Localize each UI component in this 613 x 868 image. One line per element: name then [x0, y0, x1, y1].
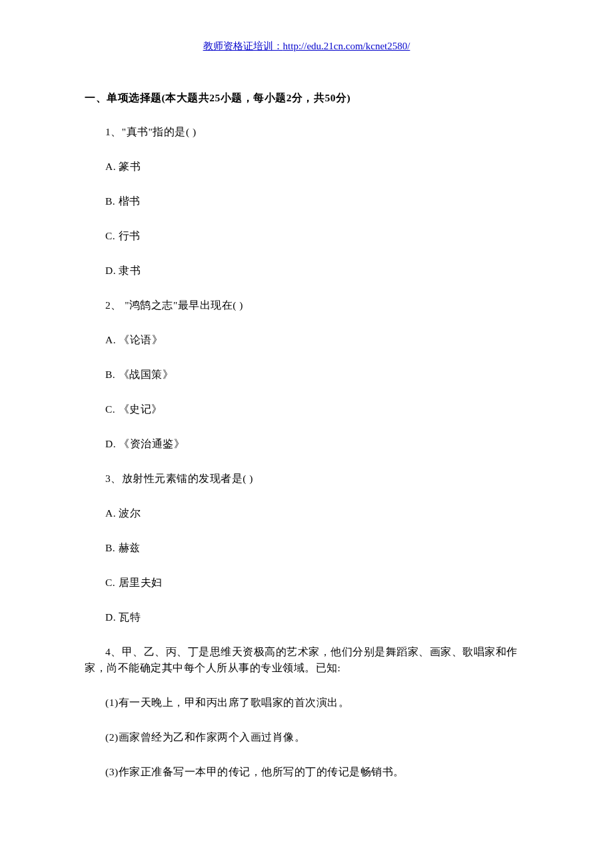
q3-option-c: C. 居里夫妇 [85, 575, 528, 591]
q4-clue-1: (1)有一天晚上，甲和丙出席了歌唱家的首次演出。 [85, 695, 528, 711]
q1-option-a: A. 篆书 [85, 159, 528, 175]
q4-clue-3: (3)作家正准备写一本甲的传记，他所写的丁的传记是畅销书。 [85, 764, 528, 780]
header-label: 教师资格证培训： [203, 41, 283, 51]
question-4: 4、甲、乙、丙、丁是思维天资极高的艺术家，他们分别是舞蹈家、画家、歌唱家和作家，… [85, 644, 528, 676]
q2-option-d: D. 《资治通鉴》 [85, 436, 528, 452]
question-3: 3、放射性元素镭的发现者是( ) [85, 471, 528, 487]
q1-option-c: C. 行书 [85, 228, 528, 244]
q1-option-d: D. 隶书 [85, 263, 528, 279]
q2-option-c: C. 《史记》 [85, 401, 528, 417]
q3-option-a: A. 波尔 [85, 505, 528, 521]
section-heading: 一、单项选择题(本大题共25小题，每小题2分，共50分) [85, 91, 528, 105]
header-link: 教师资格证培训：http://edu.21cn.com/kcnet2580/ [85, 40, 528, 53]
q2-option-b: B. 《战国策》 [85, 367, 528, 383]
header-url[interactable]: http://edu.21cn.com/kcnet2580/ [283, 41, 410, 51]
q4-clue-2: (2)画家曾经为乙和作家两个入画过肖像。 [85, 729, 528, 745]
question-1: 1、"真书"指的是( ) [85, 124, 528, 140]
q1-option-b: B. 楷书 [85, 193, 528, 209]
q3-option-d: D. 瓦特 [85, 609, 528, 625]
question-2: 2、 "鸿鹄之志"最早出现在( ) [85, 297, 528, 313]
q3-option-b: B. 赫兹 [85, 540, 528, 556]
q2-option-a: A. 《论语》 [85, 332, 528, 348]
